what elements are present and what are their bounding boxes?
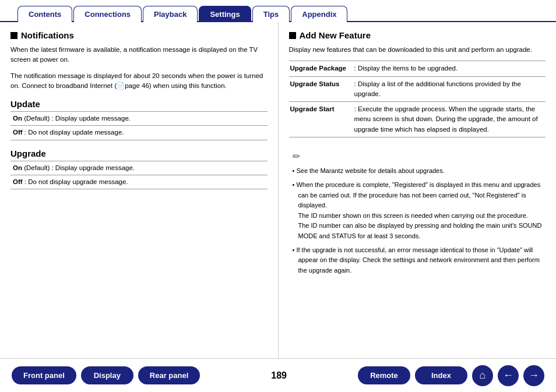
front-panel-button[interactable]: Front panel	[12, 366, 76, 384]
table-row: Off : Do not display update message.	[10, 126, 268, 140]
forward-button[interactable]: →	[523, 365, 544, 386]
tab-tips[interactable]: Tips	[252, 6, 290, 22]
tab-settings[interactable]: Settings	[199, 6, 251, 22]
display-button[interactable]: Display	[81, 366, 133, 384]
table-row: Off : Do not display upgrade message.	[10, 175, 268, 189]
note-item-2: When the procedure is complete, "Registe…	[293, 180, 543, 242]
add-feature-title: Add New Feature	[300, 30, 371, 40]
upgrade-table: On (Default) : Display upgrade message. …	[10, 161, 268, 190]
feature-desc-start: : Execute the upgrade process. When the …	[354, 104, 545, 135]
table-row: On (Default) : Display update message.	[10, 112, 268, 126]
features-list: Upgrade Package : Display the items to b…	[289, 61, 546, 137]
content-area: Notifications When the latest firmware i…	[0, 22, 556, 358]
notifications-intro-1: When the latest firmware is available, a…	[10, 45, 268, 65]
note-pencil-icon: ✏	[293, 149, 543, 164]
feature-row-package: Upgrade Package : Display the items to b…	[289, 61, 546, 76]
upgrade-on-row: On (Default) : Display upgrade message.	[10, 161, 268, 175]
rear-panel-button[interactable]: Rear panel	[138, 366, 200, 384]
update-off-row: Off : Do not display update message.	[10, 126, 268, 140]
upgrade-title: Upgrade	[10, 149, 268, 158]
update-table: On (Default) : Display update message. O…	[10, 111, 268, 140]
add-feature-intro: Display new features that can be downloa…	[289, 45, 546, 55]
home-button[interactable]: ⌂	[472, 365, 493, 386]
add-feature-header: Add New Feature	[289, 30, 546, 40]
tab-playback[interactable]: Playback	[143, 6, 198, 22]
notifications-intro-2: The notification message is displayed fo…	[10, 71, 268, 91]
left-panel: Notifications When the latest firmware i…	[0, 22, 279, 358]
update-on-row: On (Default) : Display update message.	[10, 112, 268, 126]
tabs-bar: ContentsConnectionsPlaybackSettingsTipsA…	[0, 0, 556, 22]
notes-list: See the Marantz website for details abou…	[293, 166, 543, 276]
section-square-icon	[10, 32, 17, 39]
footer-left: Front panel Display Rear panel	[12, 366, 200, 384]
tab-contents[interactable]: Contents	[17, 6, 72, 22]
feature-label-status: Upgrade Status	[290, 79, 354, 100]
notifications-title: Notifications	[21, 30, 74, 40]
feature-desc-status: : Display a list of the additional funct…	[354, 79, 545, 100]
back-button[interactable]: ←	[498, 365, 519, 386]
note-item-3: If the upgrade is not successful, an err…	[293, 245, 543, 276]
feature-label-package: Upgrade Package	[290, 63, 354, 73]
feature-row-status: Upgrade Status : Display a list of the a…	[289, 76, 546, 102]
table-row: On (Default) : Display upgrade message.	[10, 161, 268, 175]
upgrade-off-row: Off : Do not display upgrade message.	[10, 175, 268, 189]
right-panel: Add New Feature Display new features tha…	[279, 22, 557, 358]
notes-section: ✏ See the Marantz website for details ab…	[289, 144, 546, 284]
notifications-header: Notifications	[10, 30, 268, 40]
feature-row-start: Upgrade Start : Execute the upgrade proc…	[289, 101, 546, 137]
index-button[interactable]: Index	[415, 366, 467, 384]
footer: Front panel Display Rear panel 189 Remot…	[0, 358, 556, 392]
update-title: Update	[10, 99, 268, 109]
note-item-1: See the Marantz website for details abou…	[293, 166, 543, 176]
feature-label-start: Upgrade Start	[290, 104, 354, 135]
footer-right: Remote Index ⌂ ← →	[358, 365, 544, 386]
page-number: 189	[268, 370, 291, 381]
tab-connections[interactable]: Connections	[73, 6, 142, 22]
remote-button[interactable]: Remote	[358, 366, 410, 384]
section-square-icon-2	[289, 32, 296, 39]
tab-appendix[interactable]: Appendix	[291, 6, 347, 22]
feature-desc-package: : Display the items to be upgraded.	[354, 63, 545, 73]
